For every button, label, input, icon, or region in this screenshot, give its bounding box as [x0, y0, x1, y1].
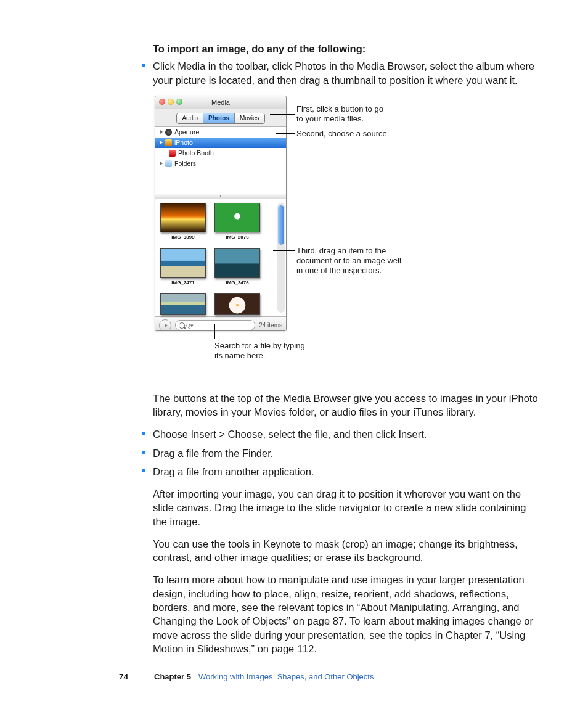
thumbnail-grid: IMG_3899 IMG_2076 IMG_2471 IMG_2476	[155, 199, 286, 316]
source-label: iPhoto	[174, 138, 193, 148]
bullet-list-top: Click Media in the toolbar, click Photos…	[153, 59, 538, 87]
source-aperture[interactable]: Aperture	[155, 127, 286, 138]
media-tabs: Audio Photos Movies	[155, 109, 286, 127]
folder-icon	[165, 160, 172, 167]
window-traffic-lights[interactable]	[159, 99, 182, 105]
list-item: Drag a file from the Finder.	[153, 446, 538, 460]
zoom-icon[interactable]	[176, 99, 182, 105]
photo-booth-icon	[169, 150, 176, 157]
iphoto-icon	[165, 139, 172, 146]
thumbnail[interactable]: IMG_2076	[214, 203, 260, 241]
window-title: Media	[211, 99, 230, 106]
list-item: Click Media in the toolbar, click Photos…	[153, 59, 538, 87]
page-footer: 74 Chapter 5 Working with Images, Shapes…	[39, 668, 536, 686]
thumbnail-label: IMG_2471	[160, 280, 206, 287]
window-titlebar: Media	[155, 96, 286, 109]
callout-tabs: First, click a button to go to your medi…	[296, 104, 392, 125]
scrollbar-thumb[interactable]	[278, 205, 284, 245]
play-button[interactable]	[159, 319, 171, 331]
media-browser-window: Media Audio Photos Movies Aperture	[155, 96, 287, 331]
thumbnail-label: IMG_2076	[214, 234, 260, 241]
search-placeholder: Q▾	[186, 322, 194, 329]
disclosure-triangle-icon[interactable]	[160, 141, 163, 144]
item-count: 24 items	[259, 321, 282, 330]
thumbnail[interactable]: IMG_2476	[214, 248, 260, 287]
body-paragraph: To learn more about how to manipulate an…	[153, 573, 538, 655]
close-icon[interactable]	[159, 99, 165, 105]
bullet-list-bottom: Choose Insert > Choose, select the file,…	[153, 427, 538, 478]
disclosure-triangle-icon[interactable]	[160, 162, 163, 165]
chapter-label: Chapter 5	[154, 671, 191, 683]
photo-thumbnail[interactable]	[214, 293, 260, 315]
chapter-title: Working with Images, Shapes, and Other O…	[198, 671, 374, 683]
thumbnail[interactable]	[214, 293, 260, 315]
source-label: Folders	[174, 158, 196, 169]
source-photo-booth[interactable]: Photo Booth	[155, 148, 286, 158]
search-icon	[179, 322, 185, 329]
callout-search: Search for a file by typing its name her…	[214, 341, 310, 361]
thumbnail-label: IMG_3899	[160, 234, 206, 241]
page-number: 74	[119, 671, 128, 683]
callout-source: Second, choose a source.	[296, 129, 407, 139]
photo-thumbnail[interactable]	[214, 203, 260, 232]
source-list: Aperture iPhoto Photo Booth Folde	[155, 127, 286, 194]
photo-thumbnail[interactable]	[214, 248, 260, 278]
source-label: Aperture	[174, 127, 199, 138]
search-input[interactable]: Q▾	[175, 320, 255, 330]
thumbnail[interactable]: IMG_2471	[160, 248, 206, 287]
vertical-scrollbar[interactable]	[277, 203, 285, 313]
list-item: Drag a file from another application.	[153, 465, 538, 478]
splitter-handle[interactable]: •	[155, 194, 286, 199]
photo-thumbnail[interactable]	[160, 293, 206, 315]
body-paragraph: After importing your image, you can drag…	[153, 487, 538, 528]
body-paragraph: You can use the tools in Keynote to mask…	[153, 537, 538, 565]
thumbnail[interactable]	[160, 293, 206, 315]
list-item: Choose Insert > Choose, select the file,…	[153, 427, 538, 441]
source-iphoto[interactable]: iPhoto	[155, 138, 286, 148]
callout-drag: Third, drag an item to the document or t…	[296, 246, 407, 276]
thumbnail-label: IMG_2476	[214, 280, 260, 287]
photo-thumbnail[interactable]	[160, 203, 206, 232]
body-paragraph: The buttons at the top of the Media Brow…	[153, 392, 538, 419]
section-heading: To import an image, do any of the follow…	[153, 42, 538, 55]
thumbnail[interactable]: IMG_3899	[160, 203, 206, 241]
tab-photos[interactable]: Photos	[203, 113, 235, 123]
media-browser-footer: Q▾ 24 items	[155, 316, 286, 331]
photo-thumbnail[interactable]	[160, 248, 206, 278]
tab-movies[interactable]: Movies	[235, 113, 264, 123]
aperture-icon	[165, 129, 172, 136]
disclosure-triangle-icon[interactable]	[160, 130, 163, 134]
minimize-icon[interactable]	[168, 99, 174, 105]
footer-rule	[141, 663, 141, 706]
media-browser-figure: Media Audio Photos Movies Aperture	[153, 96, 538, 330]
source-label: Photo Booth	[178, 148, 214, 158]
tab-audio[interactable]: Audio	[177, 113, 203, 123]
source-folders[interactable]: Folders	[155, 158, 286, 169]
play-icon	[165, 323, 168, 328]
